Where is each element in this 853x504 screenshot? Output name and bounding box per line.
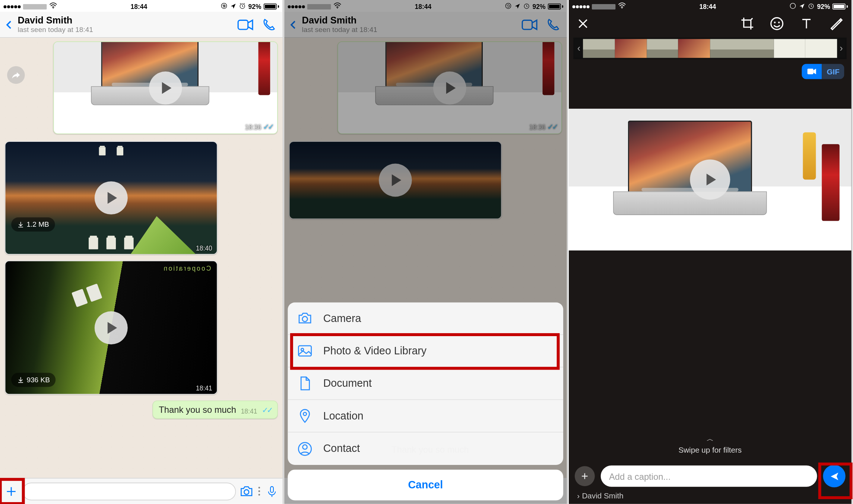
status-bar: 18:44 92% [0, 0, 283, 12]
contact-name: David Smith [18, 15, 232, 26]
file-size: 936 KB [26, 376, 50, 384]
swipe-up-hint[interactable]: ︿ Swipe up for filters [569, 434, 852, 454]
message-time: 18:41 [241, 408, 257, 415]
attach-button[interactable] [2, 482, 20, 500]
camera-button[interactable] [238, 483, 255, 499]
svg-rect-12 [299, 346, 311, 356]
trim-handle-left[interactable]: ‹ [574, 39, 583, 58]
video-thumbnail[interactable]: 18:36✓✓ [54, 42, 277, 134]
video-call-button[interactable] [235, 16, 256, 33]
message-video-sent[interactable]: 18:36✓✓ [53, 41, 278, 134]
message-time: 18:40 [196, 245, 212, 252]
video-preview[interactable] [569, 109, 852, 251]
svg-rect-6 [270, 486, 273, 492]
chevron-up-icon: ︿ [569, 434, 852, 444]
forward-button[interactable] [7, 66, 25, 84]
sheet-label: Camera [323, 312, 361, 325]
alarm-icon [239, 2, 246, 10]
message-text: Thank you so much [159, 405, 236, 415]
close-button[interactable] [577, 17, 589, 31]
status-bar: 18:44 92% [569, 0, 852, 12]
sheet-photo-library[interactable]: Photo & Video Library [288, 335, 564, 367]
toggle-video-icon[interactable] [802, 64, 822, 79]
recipient-label[interactable]: › David Smith [577, 491, 623, 500]
chevron-right-icon: › [577, 491, 580, 500]
caption-input[interactable]: Add a caption... [600, 466, 817, 487]
svg-point-11 [302, 316, 308, 322]
wifi-icon [49, 2, 57, 10]
toggle-gif[interactable]: GIF [822, 64, 844, 79]
file-size: 1.2 MB [26, 220, 49, 229]
svg-rect-2 [223, 5, 225, 6]
message-time: 18:41 [196, 385, 212, 392]
sheet-location[interactable]: Location [288, 400, 564, 432]
video-trim-bar[interactable]: ‹ › [573, 38, 846, 59]
svg-point-16 [303, 444, 307, 449]
text-button[interactable] [799, 16, 814, 32]
read-ticks-icon: ✓✓ [263, 122, 272, 131]
svg-point-5 [244, 489, 249, 494]
back-button[interactable] [4, 19, 15, 30]
message-video-received[interactable]: Cooperation 936 KB 18:41 [5, 261, 218, 395]
contact-info[interactable]: David Smith last seen today at 18:41 [18, 15, 232, 34]
play-icon[interactable] [690, 159, 730, 200]
status-time: 18:44 [131, 3, 148, 10]
svg-point-0 [53, 7, 54, 9]
attachment-sheet: Camera Photo & Video Library Document Lo… [288, 303, 564, 501]
more-icon [257, 487, 261, 496]
battery-icon [264, 4, 279, 10]
svg-point-13 [301, 348, 304, 351]
carrier-redacted [23, 4, 47, 9]
play-icon[interactable] [95, 181, 128, 214]
sheet-camera[interactable]: Camera [288, 303, 564, 335]
video-thumbnail[interactable]: Cooperation 936 KB 18:41 [5, 261, 217, 394]
svg-rect-4 [238, 20, 248, 29]
message-text-sent[interactable]: Thank you so much 18:41 ✓✓ [152, 401, 278, 419]
rotation-lock-icon [221, 2, 228, 10]
download-button[interactable]: 1.2 MB [11, 217, 55, 232]
battery-pct: 92% [248, 3, 261, 10]
play-icon[interactable] [149, 71, 182, 104]
send-button[interactable] [823, 465, 845, 487]
video-overlay-text: Cooperation [163, 265, 211, 272]
download-button[interactable]: 936 KB [11, 373, 56, 387]
emoji-button[interactable] [770, 16, 784, 32]
crop-button[interactable] [740, 16, 754, 32]
sheet-label: Document [323, 377, 372, 389]
sheet-label: Location [323, 410, 364, 422]
panel-attachment-sheet: 18:44 92% David Smith last seen today at… [284, 0, 568, 504]
panel-video-editor: 18:44 92% ‹ › GIF [569, 0, 853, 504]
svg-rect-23 [808, 69, 814, 74]
message-input[interactable] [22, 482, 236, 500]
chat-header: David Smith last seen today at 18:41 [0, 12, 283, 38]
mic-button[interactable] [264, 483, 280, 499]
sheet-label: Contact [323, 443, 360, 455]
draw-button[interactable] [829, 16, 843, 32]
svg-point-22 [779, 22, 779, 23]
last-seen: last seen today at 18:41 [18, 26, 232, 34]
message-video-received[interactable]: 1.2 MB 18:40 [5, 141, 218, 255]
svg-point-17 [621, 7, 622, 9]
input-bar [0, 478, 283, 504]
editor-toolbar [569, 12, 852, 37]
svg-point-21 [774, 22, 775, 23]
sheet-contact[interactable]: Contact [288, 433, 564, 465]
svg-point-18 [790, 3, 795, 9]
svg-point-20 [771, 17, 783, 29]
voice-call-button[interactable] [259, 16, 279, 33]
add-more-button[interactable]: + [574, 466, 594, 486]
caption-bar: + Add a caption... [574, 465, 845, 487]
sheet-cancel[interactable]: Cancel [288, 470, 564, 501]
video-thumbnail[interactable]: 1.2 MB 18:40 [5, 142, 217, 254]
location-arrow-icon [230, 3, 236, 10]
video-gif-toggle[interactable]: GIF [802, 64, 844, 79]
sheet-document[interactable]: Document [288, 367, 564, 400]
play-icon[interactable] [95, 311, 128, 344]
sheet-label: Photo & Video Library [323, 345, 426, 357]
message-time: 18:36 [245, 123, 261, 130]
chat-body[interactable]: 18:36✓✓ 1.2 MB 18:40 Cooperation [0, 38, 283, 478]
trim-handle-right[interactable]: › [837, 39, 845, 58]
read-ticks-icon: ✓✓ [262, 406, 271, 415]
svg-point-1 [221, 3, 226, 9]
svg-point-14 [304, 412, 307, 416]
